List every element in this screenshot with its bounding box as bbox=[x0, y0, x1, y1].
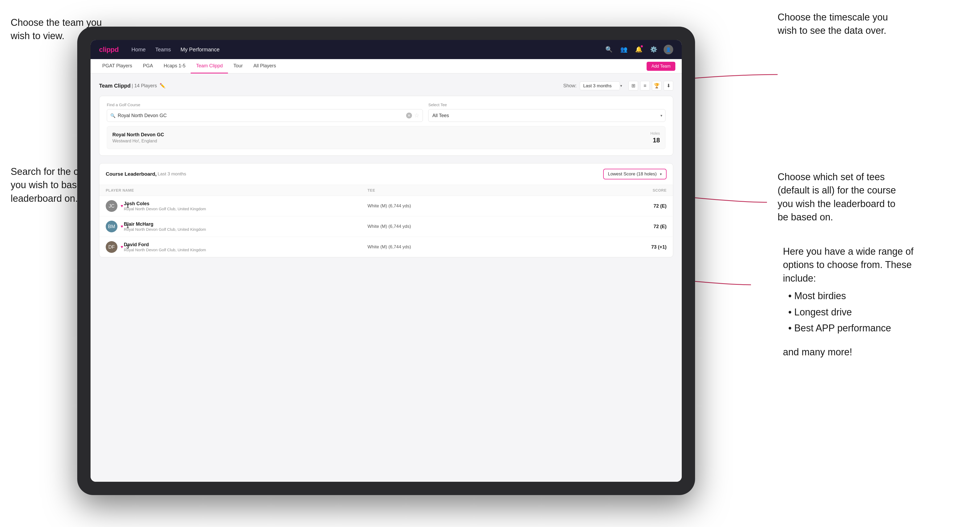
tab-hcaps[interactable]: Hcaps 1-5 bbox=[158, 59, 191, 73]
nav-home[interactable]: Home bbox=[132, 46, 146, 53]
leaderboard-section: Course Leaderboard, Last 3 months Lowest… bbox=[99, 163, 673, 257]
show-dropdown[interactable]: Last 3 months Last 6 months Last year bbox=[580, 81, 620, 90]
team-count: | 14 Players bbox=[132, 83, 157, 89]
table-row: DF ♥ 3 David Ford Royal North Devon Golf… bbox=[99, 237, 673, 257]
player-rank-col: JC ♥ 1 bbox=[106, 200, 122, 212]
app-logo: clippd bbox=[99, 46, 119, 54]
player-info: Blair McHarg Royal North Devon Golf Club… bbox=[122, 221, 368, 232]
player-name: David Ford bbox=[124, 242, 368, 248]
tee-value: White (M) (6,744 yds) bbox=[368, 203, 613, 209]
course-result-card: Royal North Devon GC Westward Ho!, Engla… bbox=[107, 126, 665, 149]
list-view-btn[interactable]: ≡ bbox=[640, 81, 650, 90]
holes-label: Holes bbox=[650, 131, 660, 135]
favorite-icon[interactable]: ☆ bbox=[414, 112, 419, 119]
col-score: SCORE bbox=[613, 188, 667, 192]
team-title: Team Clippd bbox=[99, 83, 131, 89]
edit-icon[interactable]: ✏️ bbox=[159, 83, 165, 89]
nav-my-performance[interactable]: My Performance bbox=[181, 46, 220, 53]
leaderboard-table: PLAYER NAME TEE SCORE JC ♥ 1 Josh Coles bbox=[99, 185, 673, 257]
col-player-name: PLAYER NAME bbox=[106, 188, 368, 192]
sub-nav: PGAT Players PGA Hcaps 1-5 Team Clippd T… bbox=[91, 59, 682, 73]
show-dropdown-wrapper: Last 3 months Last 6 months Last year bbox=[580, 81, 624, 90]
tablet-device: clippd Home Teams My Performance 🔍 👥 🔔 ⚙… bbox=[77, 27, 695, 495]
team-header: Team Clippd | 14 Players ✏️ Show: Last 3… bbox=[99, 81, 673, 90]
users-icon[interactable]: 👥 bbox=[619, 45, 628, 54]
show-label: Show: bbox=[563, 83, 577, 89]
tee-value: White (M) (6,744 yds) bbox=[368, 224, 613, 229]
player-rank-col: BM ♥ 1 bbox=[106, 221, 122, 232]
search-row: Find a Golf Course 🔍 ✕ ☆ Select Tee Al bbox=[107, 103, 665, 122]
tab-pgat-players[interactable]: PGAT Players bbox=[97, 59, 137, 73]
player-name: Josh Coles bbox=[124, 201, 368, 206]
col-tee: TEE bbox=[368, 188, 613, 192]
search-panel: Find a Golf Course 🔍 ✕ ☆ Select Tee Al bbox=[99, 96, 673, 156]
tee-value: White (M) (6,744 yds) bbox=[368, 244, 613, 250]
course-name: Royal North Devon GC bbox=[112, 132, 164, 138]
chevron-down-icon: ▾ bbox=[660, 172, 662, 176]
annotation-middle-right: Choose which set of tees (default is all… bbox=[778, 170, 916, 224]
player-avatar: DF bbox=[106, 241, 118, 253]
tee-dropdown[interactable]: All Tees White (M) Yellow (M) Red (L) bbox=[428, 109, 665, 122]
nav-teams[interactable]: Teams bbox=[155, 46, 171, 53]
nav-links: Home Teams My Performance bbox=[132, 46, 604, 53]
player-avatar: BM bbox=[106, 221, 118, 232]
tab-all-players[interactable]: All Players bbox=[248, 59, 282, 73]
player-rank-col: DF ♥ 3 bbox=[106, 241, 122, 253]
add-team-button[interactable]: Add Team bbox=[647, 62, 675, 71]
score-selector[interactable]: Lowest Score (18 holes) ▾ bbox=[603, 169, 667, 179]
course-location: Westward Ho!, England bbox=[112, 139, 164, 143]
score-type-label: Lowest Score (18 holes) bbox=[608, 171, 657, 177]
search-icon[interactable]: 🔍 bbox=[604, 45, 614, 54]
notification-icon[interactable]: 🔔 bbox=[634, 45, 643, 54]
score-value: 72 (E) bbox=[613, 224, 667, 229]
table-row: BM ♥ 1 Blair McHarg Royal North Devon Go… bbox=[99, 216, 673, 237]
player-info: David Ford Royal North Devon Golf Club, … bbox=[122, 242, 368, 252]
search-magnify-icon: 🔍 bbox=[110, 113, 116, 118]
golf-course-input[interactable] bbox=[118, 113, 406, 119]
player-club: Royal North Devon Golf Club, United King… bbox=[124, 206, 368, 211]
tablet-screen: clippd Home Teams My Performance 🔍 👥 🔔 ⚙… bbox=[91, 40, 682, 482]
player-club: Royal North Devon Golf Club, United King… bbox=[124, 227, 368, 232]
player-club: Royal North Devon Golf Club, United King… bbox=[124, 248, 368, 252]
user-avatar[interactable]: 👤 bbox=[663, 45, 673, 54]
main-content: Team Clippd | 14 Players ✏️ Show: Last 3… bbox=[91, 73, 682, 482]
golf-course-field: Find a Golf Course 🔍 ✕ ☆ bbox=[107, 103, 423, 122]
holes-box: Holes 18 bbox=[650, 131, 660, 144]
tee-label: Select Tee bbox=[428, 103, 665, 107]
golf-course-label: Find a Golf Course bbox=[107, 103, 423, 107]
table-header: PLAYER NAME TEE SCORE bbox=[99, 185, 673, 196]
leaderboard-subtitle: Last 3 months bbox=[158, 171, 186, 177]
trophy-view-btn[interactable]: 🏆 bbox=[652, 81, 662, 90]
settings-icon[interactable]: ⚙️ bbox=[649, 45, 658, 54]
annotation-bottom-right: Here you have a wide range of options to… bbox=[783, 245, 927, 359]
search-input-wrapper: 🔍 ✕ ☆ bbox=[107, 109, 423, 122]
score-value: 72 (E) bbox=[613, 203, 667, 209]
nav-icons: 🔍 👥 🔔 ⚙️ 👤 bbox=[604, 45, 673, 54]
clear-search-button[interactable]: ✕ bbox=[406, 113, 412, 119]
tab-tour[interactable]: Tour bbox=[228, 59, 248, 73]
tab-team-clippd[interactable]: Team Clippd bbox=[191, 59, 228, 73]
annotation-top-right: Choose the timescale you wish to see the… bbox=[778, 11, 905, 38]
tee-field: Select Tee All Tees White (M) Yellow (M)… bbox=[428, 103, 665, 122]
player-avatar: JC bbox=[106, 200, 118, 212]
tee-dropdown-wrapper: All Tees White (M) Yellow (M) Red (L) bbox=[428, 109, 665, 122]
view-icons: ⊞ ≡ 🏆 ⬇ bbox=[628, 81, 673, 90]
nav-bar: clippd Home Teams My Performance 🔍 👥 🔔 ⚙… bbox=[91, 40, 682, 59]
leaderboard-title: Course Leaderboard, bbox=[106, 171, 157, 177]
player-info: Josh Coles Royal North Devon Golf Club, … bbox=[122, 201, 368, 211]
holes-number: 18 bbox=[650, 137, 660, 144]
download-btn[interactable]: ⬇ bbox=[663, 81, 673, 90]
table-row: JC ♥ 1 Josh Coles Royal North Devon Golf… bbox=[99, 196, 673, 216]
course-info: Royal North Devon GC Westward Ho!, Engla… bbox=[112, 132, 164, 143]
grid-view-btn[interactable]: ⊞ bbox=[628, 81, 638, 90]
tab-pga[interactable]: PGA bbox=[137, 59, 158, 73]
score-value: 73 (+1) bbox=[613, 244, 667, 250]
leaderboard-header: Course Leaderboard, Last 3 months Lowest… bbox=[99, 163, 673, 185]
player-name: Blair McHarg bbox=[124, 221, 368, 227]
